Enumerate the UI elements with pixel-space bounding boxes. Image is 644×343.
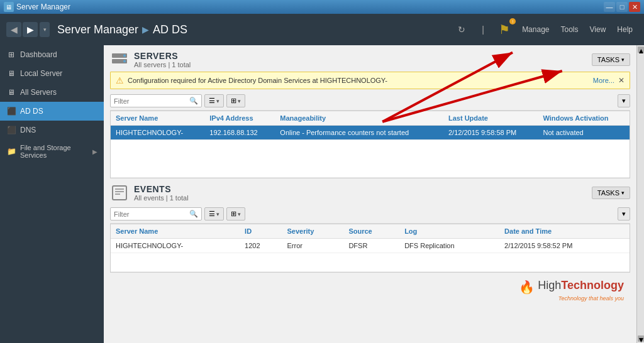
menu-view[interactable]: View [585,23,611,36]
file-storage-icon: 📁 [6,146,16,156]
events-filter-arrow: ▾ [238,211,241,217]
menu-manage[interactable]: Manage [517,23,554,36]
evt-cell-server-name: HIGHTECHNOLOGY- [111,239,240,253]
events-group-button[interactable]: ☰ ▾ [204,207,224,220]
table-row-empty [111,140,630,178]
evt-cell-source: DFSR [343,239,399,253]
nav-menu: Manage Tools View Help [517,23,638,36]
sidebar-item-ad-ds[interactable]: ⬛ AD DS [0,102,104,121]
evt-col-datetime[interactable]: Date and Time [499,224,630,239]
col-server-name[interactable]: Server Name [111,111,204,126]
events-tasks-button[interactable]: TASKS ▾ [592,187,630,199]
sidebar-item-file-storage[interactable]: 📁 File and Storage Services ▶ [0,139,104,163]
sidebar-item-dashboard[interactable]: ⊞ Dashboard [0,45,104,64]
scrollbar-up[interactable]: ▲ [638,46,644,53]
table-row[interactable]: HIGHTECHNOLOGY- 1202 Error DFSR DFS Repl… [111,239,630,253]
events-header-row: Server Name ID Severity Source Log Date … [111,224,630,239]
servers-expand-button[interactable]: ▾ [618,94,630,107]
sidebar-item-label-dns: DNS [20,126,36,134]
warning-close-button[interactable]: ✕ [618,76,625,85]
evt-cell-id: 1202 [240,239,282,253]
warning-bar-right: More... ✕ [593,76,625,85]
events-table: Server Name ID Severity Source Log Date … [111,224,630,272]
servers-filter-input[interactable] [111,95,186,107]
events-filter-right: ▾ [618,207,630,220]
servers-section-header: SERVERS All servers | 1 total TASKS ▾ [110,50,630,69]
logo: 🔥 HighTechnology [116,279,624,295]
scrollbar[interactable]: ▲ ▼ [636,45,644,343]
servers-tasks-arrow: ▾ [621,57,625,63]
servers-group-button[interactable]: ☰ ▾ [204,94,224,107]
local-server-icon: 🖥 [6,68,16,79]
more-link[interactable]: More... [593,77,614,84]
sidebar-item-dns[interactable]: ⬛ DNS [0,121,104,139]
scrollbar-down[interactable]: ▼ [638,335,644,342]
close-button[interactable]: ✕ [629,2,640,12]
servers-filter-button[interactable]: ⊞ ▾ [226,94,245,107]
title-bar-left: 🖥 Server Manager [4,2,70,12]
servers-group-arrow: ▾ [216,98,219,104]
servers-table-head: Server Name IPv4 Address Manageability L… [111,111,630,126]
evt-cell-log: DFS Replication [399,239,499,253]
nav-back-fwd: ◀ ▶ ▾ [6,22,50,37]
events-filter-button[interactable]: ⊞ ▾ [226,207,245,220]
col-manageability[interactable]: Manageability [275,111,443,126]
maximize-button[interactable]: □ [616,2,628,12]
nav-dropdown[interactable]: ▾ [40,22,50,37]
top-nav: ◀ ▶ ▾ Server Manager ▶ AD DS ↻ | ⚑ ! Man… [0,14,644,45]
warning-flag-button[interactable]: ⚑ ! [496,21,513,38]
events-table-body: HIGHTECHNOLOGY- 1202 Error DFSR DFS Repl… [111,239,630,272]
svg-rect-4 [113,186,126,200]
minimize-button[interactable]: — [604,2,615,12]
events-filter-input[interactable] [111,209,186,220]
col-ipv4[interactable]: IPv4 Address [204,111,275,126]
evt-col-source[interactable]: Source [343,224,399,239]
servers-search-icon[interactable]: 🔍 [186,95,201,107]
servers-tasks-button[interactable]: TASKS ▾ [592,53,630,66]
events-filter-bar: 🔍 ☰ ▾ ⊞ ▾ ▾ [110,205,630,224]
table-row[interactable]: HIGHTECHNOLOGY- 192.168.88.132 Online - … [111,126,630,140]
logo-tech: Technology [561,279,624,291]
evt-col-log[interactable]: Log [399,224,499,239]
table-row-empty [111,253,630,272]
breadcrumb-root[interactable]: Server Manager [57,23,138,36]
servers-table: Server Name IPv4 Address Manageability L… [111,111,630,178]
col-activation[interactable]: Windows Activation [538,111,630,126]
warning-message: Configuration required for Active Direct… [128,77,387,84]
events-filter-input-wrap: 🔍 [110,207,202,220]
file-storage-arrow: ▶ [92,148,97,155]
servers-group-icon: ☰ [209,97,215,105]
events-expand-button[interactable]: ▾ [618,207,630,220]
events-tasks-label: TASKS [597,189,619,197]
menu-tools[interactable]: Tools [556,23,584,36]
nav-separator: | [474,21,492,38]
app-icon: 🖥 [4,2,14,12]
servers-tasks-label: TASKS [597,56,619,63]
flag-icon: ⚑ [499,22,510,37]
logo-text: HighTechnology [538,279,624,291]
events-group-arrow: ▾ [216,211,219,217]
cell-manageability: Online - Performance counters not starte… [275,126,443,140]
events-title-group: EVENTS All events | 1 total [110,183,189,202]
sidebar-item-all-servers[interactable]: 🖥 All Servers [0,83,104,102]
logo-icon: 🔥 [519,280,535,295]
evt-col-server-name[interactable]: Server Name [111,224,240,239]
all-servers-icon: 🖥 [6,87,16,97]
events-section-icon [110,183,129,202]
evt-col-severity[interactable]: Severity [282,224,343,239]
evt-col-id[interactable]: ID [240,224,282,239]
col-last-update[interactable]: Last Update [443,111,538,126]
menu-help[interactable]: Help [612,23,638,36]
forward-button[interactable]: ▶ [23,22,38,37]
refresh-button[interactable]: ↻ [453,21,470,38]
back-button[interactable]: ◀ [6,22,21,37]
svg-point-2 [123,55,126,57]
dashboard-icon: ⊞ [6,50,16,60]
title-bar-text: Server Manager [16,3,70,11]
svg-point-3 [123,60,126,63]
events-filter-icon: ⊞ [231,210,236,218]
sidebar-item-local-server[interactable]: 🖥 Local Server [0,64,104,83]
sidebar-item-label-local-server: Local Server [20,69,62,78]
warning-triangle-icon: ⚠ [116,75,124,85]
events-search-icon[interactable]: 🔍 [186,208,201,220]
